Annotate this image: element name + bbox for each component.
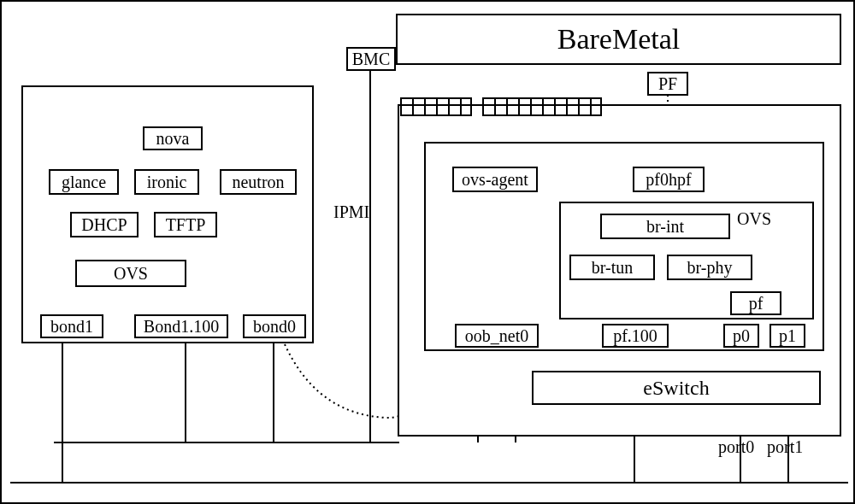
- ovs-agent-label: ovs-agent: [462, 170, 528, 190]
- oob-net0-box: oob_net0: [455, 324, 539, 348]
- port1-label: port1: [767, 437, 803, 457]
- pf-lower-label: pf: [749, 294, 764, 314]
- bond0-box: bond0: [243, 314, 306, 338]
- pf-lower-box: pf: [730, 291, 781, 315]
- bmc-label: BMC: [352, 50, 390, 69]
- ovs-left-box: OVS: [75, 260, 186, 287]
- br-int-label: br-int: [646, 217, 684, 237]
- dhcp-box: DHCP: [70, 212, 139, 237]
- pf0hpf-label: pf0hpf: [646, 170, 691, 190]
- glance-box: glance: [49, 169, 119, 195]
- baremetal-box: BareMetal: [396, 14, 841, 65]
- br-phy-label: br-phy: [687, 258, 733, 278]
- pf100-box: pf.100: [602, 324, 669, 348]
- tftp-label: TFTP: [166, 215, 206, 235]
- pf-label: PF: [658, 74, 677, 94]
- br-tun-box: br-tun: [569, 255, 655, 280]
- nova-label: nova: [156, 129, 190, 149]
- bond0-label: bond0: [253, 317, 296, 337]
- bond1-100-label: Bond1.100: [144, 317, 219, 337]
- dhcp-label: DHCP: [81, 215, 127, 235]
- p1-box: p1: [770, 324, 805, 348]
- br-tun-label: br-tun: [592, 258, 633, 278]
- slot-group-2: [482, 97, 602, 116]
- ovs-right-label: OVS: [737, 209, 771, 229]
- tftp-box: TFTP: [154, 212, 217, 237]
- br-phy-box: br-phy: [667, 255, 752, 280]
- ovs-agent-box: ovs-agent: [452, 167, 538, 192]
- pf-box: PF: [647, 72, 688, 96]
- neutron-label: neutron: [232, 173, 284, 192]
- oob-net0-label: oob_net0: [465, 326, 528, 346]
- port0-label: port0: [718, 437, 754, 457]
- bond1-box: bond1: [40, 314, 103, 338]
- bond1-100-box: Bond1.100: [134, 314, 228, 338]
- baremetal-title: BareMetal: [557, 23, 681, 56]
- bond1-label: bond1: [50, 317, 93, 337]
- ironic-label: ironic: [147, 173, 187, 192]
- ipmi-label: IPMI: [333, 202, 369, 222]
- p1-label: p1: [779, 326, 796, 346]
- pf100-label: pf.100: [613, 326, 657, 346]
- ovs-left-label: OVS: [114, 264, 148, 284]
- bmc-box: BMC: [346, 47, 396, 71]
- slot-group-1: [400, 97, 472, 116]
- br-int-box: br-int: [600, 214, 730, 239]
- neutron-box: neutron: [220, 169, 297, 195]
- ironic-box: ironic: [134, 169, 199, 195]
- eswitch-label: eSwitch: [643, 377, 709, 400]
- p0-label: p0: [733, 326, 750, 346]
- glance-label: glance: [62, 173, 106, 192]
- p0-box: p0: [723, 324, 759, 348]
- pf0hpf-box: pf0hpf: [633, 167, 705, 192]
- nova-box: nova: [143, 126, 203, 150]
- eswitch-box: eSwitch: [532, 371, 821, 405]
